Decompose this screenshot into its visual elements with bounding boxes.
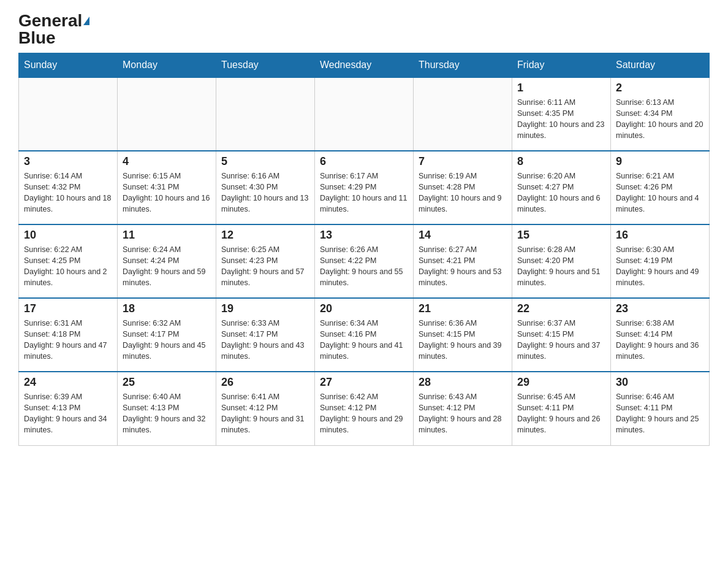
day-number: 2 [616,82,704,94]
day-info: Sunrise: 6:46 AM Sunset: 4:11 PM Dayligh… [616,391,704,436]
day-info: Sunrise: 6:21 AM Sunset: 4:26 PM Dayligh… [616,170,704,215]
day-number: 4 [123,155,211,168]
day-info: Sunrise: 6:43 AM Sunset: 4:12 PM Dayligh… [419,391,507,436]
calendar-week-row: 1Sunrise: 6:11 AM Sunset: 4:35 PM Daylig… [19,77,710,151]
calendar-cell: 21Sunrise: 6:36 AM Sunset: 4:15 PM Dayli… [414,298,512,372]
day-info: Sunrise: 6:39 AM Sunset: 4:13 PM Dayligh… [24,391,112,436]
day-info: Sunrise: 6:14 AM Sunset: 4:32 PM Dayligh… [24,170,112,215]
calendar-cell: 7Sunrise: 6:19 AM Sunset: 4:28 PM Daylig… [414,151,512,224]
calendar-week-row: 17Sunrise: 6:31 AM Sunset: 4:18 PM Dayli… [19,298,710,372]
col-header-thursday: Thursday [414,53,512,78]
day-info: Sunrise: 6:17 AM Sunset: 4:29 PM Dayligh… [320,170,408,215]
day-number: 7 [419,155,507,168]
day-number: 29 [517,376,605,389]
calendar-cell: 3Sunrise: 6:14 AM Sunset: 4:32 PM Daylig… [19,151,118,224]
calendar-cell: 23Sunrise: 6:38 AM Sunset: 4:14 PM Dayli… [611,298,710,372]
calendar-cell: 15Sunrise: 6:28 AM Sunset: 4:20 PM Dayli… [512,224,611,298]
calendar-cell: 19Sunrise: 6:33 AM Sunset: 4:17 PM Dayli… [216,298,315,372]
calendar-cell: 9Sunrise: 6:21 AM Sunset: 4:26 PM Daylig… [611,151,710,224]
logo-blue: Blue [18,29,56,47]
day-number: 11 [123,229,211,242]
day-info: Sunrise: 6:15 AM Sunset: 4:31 PM Dayligh… [123,170,211,215]
calendar-cell: 11Sunrise: 6:24 AM Sunset: 4:24 PM Dayli… [118,224,216,298]
calendar-cell: 1Sunrise: 6:11 AM Sunset: 4:35 PM Daylig… [512,77,611,151]
day-number: 17 [24,302,112,315]
day-number: 27 [320,376,408,389]
col-header-sunday: Sunday [19,53,118,78]
day-number: 1 [517,82,605,94]
calendar-cell: 22Sunrise: 6:37 AM Sunset: 4:15 PM Dayli… [512,298,611,372]
day-number: 24 [24,376,112,389]
day-info: Sunrise: 6:41 AM Sunset: 4:12 PM Dayligh… [221,391,309,436]
day-number: 14 [419,229,507,242]
calendar-cell: 20Sunrise: 6:34 AM Sunset: 4:16 PM Dayli… [315,298,414,372]
day-info: Sunrise: 6:32 AM Sunset: 4:17 PM Dayligh… [123,318,211,362]
calendar-cell: 8Sunrise: 6:20 AM Sunset: 4:27 PM Daylig… [512,151,611,224]
calendar-cell: 25Sunrise: 6:40 AM Sunset: 4:13 PM Dayli… [118,372,216,445]
logo-general: General [18,12,82,29]
calendar-table: SundayMondayTuesdayWednesdayThursdayFrid… [18,53,710,446]
day-info: Sunrise: 6:34 AM Sunset: 4:16 PM Dayligh… [320,318,408,362]
day-number: 22 [517,302,605,315]
day-info: Sunrise: 6:38 AM Sunset: 4:14 PM Dayligh… [616,318,704,362]
day-number: 15 [517,229,605,242]
day-info: Sunrise: 6:24 AM Sunset: 4:24 PM Dayligh… [123,244,211,289]
day-number: 23 [616,302,704,315]
calendar-cell: 10Sunrise: 6:22 AM Sunset: 4:25 PM Dayli… [19,224,118,298]
calendar-week-row: 24Sunrise: 6:39 AM Sunset: 4:13 PM Dayli… [19,372,710,445]
day-info: Sunrise: 6:31 AM Sunset: 4:18 PM Dayligh… [24,318,112,362]
calendar-cell [414,77,512,151]
day-info: Sunrise: 6:30 AM Sunset: 4:19 PM Dayligh… [616,244,704,289]
calendar-cell: 18Sunrise: 6:32 AM Sunset: 4:17 PM Dayli… [118,298,216,372]
day-number: 26 [221,376,309,389]
day-info: Sunrise: 6:42 AM Sunset: 4:12 PM Dayligh… [320,391,408,436]
calendar-cell: 6Sunrise: 6:17 AM Sunset: 4:29 PM Daylig… [315,151,414,224]
day-number: 18 [123,302,211,315]
day-info: Sunrise: 6:19 AM Sunset: 4:28 PM Dayligh… [419,170,507,215]
day-info: Sunrise: 6:45 AM Sunset: 4:11 PM Dayligh… [517,391,605,436]
day-info: Sunrise: 6:16 AM Sunset: 4:30 PM Dayligh… [221,170,309,215]
calendar-cell: 27Sunrise: 6:42 AM Sunset: 4:12 PM Dayli… [315,372,414,445]
calendar-week-row: 10Sunrise: 6:22 AM Sunset: 4:25 PM Dayli… [19,224,710,298]
day-number: 3 [24,155,112,168]
day-number: 5 [221,155,309,168]
day-number: 16 [616,229,704,242]
calendar-cell: 17Sunrise: 6:31 AM Sunset: 4:18 PM Dayli… [19,298,118,372]
calendar-cell [315,77,414,151]
day-info: Sunrise: 6:13 AM Sunset: 4:34 PM Dayligh… [616,97,704,142]
day-number: 25 [123,376,211,389]
col-header-tuesday: Tuesday [216,53,315,78]
day-number: 19 [221,302,309,315]
calendar-week-row: 3Sunrise: 6:14 AM Sunset: 4:32 PM Daylig… [19,151,710,224]
calendar-header-row: SundayMondayTuesdayWednesdayThursdayFrid… [19,53,710,78]
day-info: Sunrise: 6:36 AM Sunset: 4:15 PM Dayligh… [419,318,507,362]
day-number: 13 [320,229,408,242]
calendar-cell [118,77,216,151]
day-number: 21 [419,302,507,315]
day-info: Sunrise: 6:25 AM Sunset: 4:23 PM Dayligh… [221,244,309,289]
calendar-cell: 4Sunrise: 6:15 AM Sunset: 4:31 PM Daylig… [118,151,216,224]
day-number: 28 [419,376,507,389]
page-header: General Blue [18,12,710,47]
day-number: 10 [24,229,112,242]
day-info: Sunrise: 6:27 AM Sunset: 4:21 PM Dayligh… [419,244,507,289]
calendar-cell: 12Sunrise: 6:25 AM Sunset: 4:23 PM Dayli… [216,224,315,298]
col-header-wednesday: Wednesday [315,53,414,78]
day-number: 9 [616,155,704,168]
calendar-cell: 13Sunrise: 6:26 AM Sunset: 4:22 PM Dayli… [315,224,414,298]
col-header-saturday: Saturday [611,53,710,78]
logo: General Blue [18,12,89,47]
calendar-cell: 5Sunrise: 6:16 AM Sunset: 4:30 PM Daylig… [216,151,315,224]
calendar-cell: 2Sunrise: 6:13 AM Sunset: 4:34 PM Daylig… [611,77,710,151]
day-number: 30 [616,376,704,389]
day-info: Sunrise: 6:22 AM Sunset: 4:25 PM Dayligh… [24,244,112,289]
day-number: 20 [320,302,408,315]
day-info: Sunrise: 6:37 AM Sunset: 4:15 PM Dayligh… [517,318,605,362]
calendar-cell: 24Sunrise: 6:39 AM Sunset: 4:13 PM Dayli… [19,372,118,445]
calendar-cell [19,77,118,151]
calendar-cell [216,77,315,151]
day-info: Sunrise: 6:28 AM Sunset: 4:20 PM Dayligh… [517,244,605,289]
calendar-cell: 26Sunrise: 6:41 AM Sunset: 4:12 PM Dayli… [216,372,315,445]
day-info: Sunrise: 6:26 AM Sunset: 4:22 PM Dayligh… [320,244,408,289]
calendar-cell: 30Sunrise: 6:46 AM Sunset: 4:11 PM Dayli… [611,372,710,445]
